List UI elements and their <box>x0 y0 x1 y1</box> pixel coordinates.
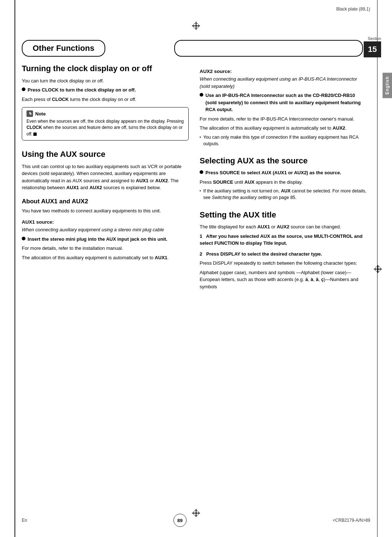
selecting-bullet-text: Press SOURCE to select AUX (AUX1 or AUX2… <box>205 169 341 176</box>
about-aux-title: About AUX1 and AUX2 <box>22 198 189 205</box>
aux1-bullet-text: Insert the stereo mini plug into the AUX… <box>28 236 167 243</box>
aux2-body1: For more details, refer to the IP-BUS-RC… <box>200 115 367 123</box>
section-number: 15 <box>364 41 381 57</box>
aux2-bullet-text: Use an IP-BUS-RCA Interconnector such as… <box>205 92 367 113</box>
page-container: Black plate (89,1) Section 15 English Ot… <box>0 0 392 537</box>
clock-section-title: Turning the clock display on or off <box>22 64 189 74</box>
selecting-bullet-dot <box>200 170 203 174</box>
note-text: Even when the sources are off, the clock… <box>26 118 184 137</box>
clock-bullet-item: Press CLOCK to turn the clock display on… <box>22 86 189 94</box>
note-label: Note <box>35 111 46 117</box>
aux2-bullet-dot <box>200 93 203 97</box>
empty-title-box <box>174 40 363 57</box>
left-column: Turning the clock display on or off You … <box>22 64 189 508</box>
aux1-bullet-dot <box>22 237 25 240</box>
clock-bullet-text: Press CLOCK to turn the clock display on… <box>28 86 136 94</box>
about-aux-intro: You have two methods to connect auxiliar… <box>22 207 189 215</box>
right-crosshair <box>374 265 382 273</box>
sq-bullet-icon: ▪ <box>200 135 201 139</box>
right-column: AUX2 source: When connecting auxiliary e… <box>200 64 367 508</box>
aux2-bullet-item: Use an IP-BUS-RCA Interconnector such as… <box>200 92 367 113</box>
selecting-sq1-text: If the auxiliary setting is not turned o… <box>203 188 367 201</box>
selecting-sq1-item: ▪ If the auxiliary setting is not turned… <box>200 188 367 201</box>
footer: En 89 <CRB2179-A/N>89 <box>0 514 392 527</box>
aux-intro: This unit can control up to two auxiliar… <box>22 163 189 191</box>
note-header: ✎ Note <box>26 110 184 117</box>
aux1-body2: The allocation of this auxiliary equipme… <box>22 254 189 261</box>
selecting-title: Selecting AUX as the source <box>200 156 367 166</box>
setting-title: Setting the AUX title <box>200 210 367 220</box>
plate-label: Black plate (89,1) <box>336 7 370 12</box>
setting-intro: The title displayed for each AUX1 or AUX… <box>200 223 367 231</box>
content-area: Turning the clock display on or off You … <box>22 64 367 508</box>
note-box: ✎ Note Even when the sources are off, th… <box>22 107 189 141</box>
section-label: Section <box>368 36 381 41</box>
step2-list: Alphabet (upper case), numbers and symbo… <box>200 269 367 290</box>
footer-page: 89 <box>173 514 187 527</box>
aux2-sq1-item: ▪ You can only make this type of connect… <box>200 134 367 147</box>
footer-code: <CRB2179-A/N>89 <box>333 518 370 523</box>
step1-text: 1 After you have selected AUX as the sou… <box>200 233 367 247</box>
step2-text: 2 Press DISPLAY to select the desired ch… <box>200 251 367 258</box>
footer-lang: En <box>22 518 27 523</box>
aux1-title: AUX1 source: <box>22 219 189 225</box>
selecting-sq-icon: ▪ <box>200 188 201 193</box>
clock-body: Each press of CLOCK turns the clock disp… <box>22 96 189 103</box>
section-badge: Section 15 <box>364 36 381 57</box>
bullet-dot <box>22 88 25 91</box>
aux1-body1: For more details, refer to the installat… <box>22 245 189 252</box>
note-icon: ✎ <box>26 110 33 117</box>
selecting-bullet-item: Press SOURCE to select AUX (AUX1 or AUX2… <box>200 169 367 176</box>
aux1-italic: When connecting auxiliary equipment usin… <box>22 226 189 233</box>
aux-section-title: Using the AUX source <box>22 149 189 159</box>
english-tab: English <box>383 73 392 98</box>
end-square <box>33 133 37 136</box>
aux1-bullet-item: Insert the stereo mini plug into the AUX… <box>22 236 189 243</box>
aux2-title: AUX2 source: <box>200 69 367 74</box>
top-crosshair <box>192 22 200 30</box>
aux2-body2: The allocation of this auxiliary equipme… <box>200 125 367 132</box>
aux2-italic: When connecting auxiliary equipment usin… <box>200 76 367 90</box>
clock-intro: You can turn the clock display on or off… <box>22 77 189 85</box>
other-functions-title: Other Functions <box>22 40 105 57</box>
step2-body: Press DISPLAY repeatedly to switch betwe… <box>200 260 367 267</box>
left-border <box>15 0 15 537</box>
aux2-sq1-text: You can only make this type of connectio… <box>203 134 367 147</box>
selecting-body1: Press SOURCE until AUX appears in the di… <box>200 179 367 186</box>
